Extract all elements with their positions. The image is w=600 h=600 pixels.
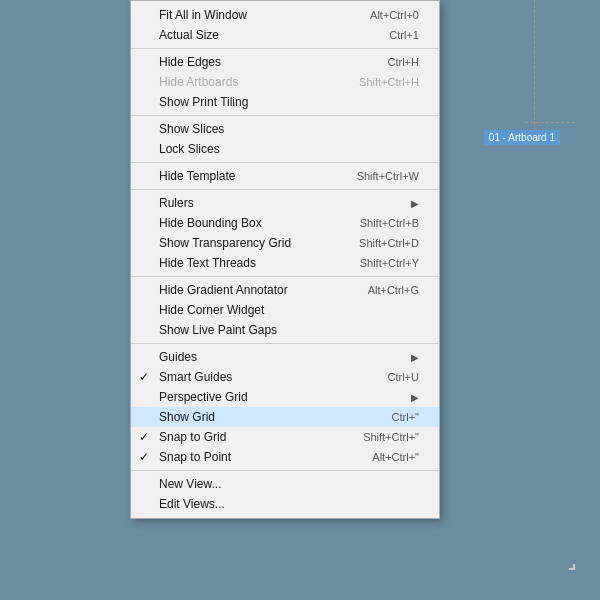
menu-item-shortcut: Shift+Ctrl+D <box>359 237 419 249</box>
menu-item-shortcut: Ctrl+1 <box>389 29 419 41</box>
checkmark-icon: ✓ <box>139 450 149 464</box>
menu-item-shortcut: Ctrl+U <box>388 371 419 383</box>
menu-item-hide-corner-widget[interactable]: Hide Corner Widget <box>131 300 439 320</box>
menu-item-shortcut: Alt+Ctrl+" <box>372 451 419 463</box>
menu-item-lock-slices[interactable]: Lock Slices <box>131 139 439 159</box>
menu-item-show-live-paint-gaps[interactable]: Show Live Paint Gaps <box>131 320 439 340</box>
menu-item-label: Hide Bounding Box <box>159 216 340 230</box>
menu-item-shortcut: Ctrl+H <box>388 56 419 68</box>
artboard-line-vertical <box>534 0 535 140</box>
menu-item-label: Show Grid <box>159 410 372 424</box>
canvas-area: 01 - Artboard 1 Fit All in WindowAlt+Ctr… <box>0 0 600 600</box>
menu-item-snap-to-grid[interactable]: ✓Snap to GridShift+Ctrl+" <box>131 427 439 447</box>
menu-item-shortcut: Shift+Ctrl+Y <box>360 257 419 269</box>
menu-item-shortcut: Ctrl+" <box>392 411 419 423</box>
menu-item-hide-text-threads[interactable]: Hide Text ThreadsShift+Ctrl+Y <box>131 253 439 273</box>
menu-item-rulers[interactable]: Rulers▶ <box>131 193 439 213</box>
menu-item-smart-guides[interactable]: ✓Smart GuidesCtrl+U <box>131 367 439 387</box>
menu-item-edit-views[interactable]: Edit Views... <box>131 494 439 514</box>
menu-item-shortcut: Shift+Ctrl+H <box>359 76 419 88</box>
menu-item-label: Hide Text Threads <box>159 256 340 270</box>
menu-separator <box>131 470 439 471</box>
menu-item-label: Fit All in Window <box>159 8 350 22</box>
menu-item-label: Hide Corner Widget <box>159 303 419 317</box>
menu-item-label: Perspective Grid <box>159 390 403 404</box>
menu-item-label: Hide Gradient Annotator <box>159 283 348 297</box>
menu-item-shortcut: Shift+Ctrl+B <box>360 217 419 229</box>
menu-item-perspective-grid[interactable]: Perspective Grid▶ <box>131 387 439 407</box>
checkmark-icon: ✓ <box>139 430 149 444</box>
menu-item-label: Hide Edges <box>159 55 368 69</box>
menu-item-fit-all[interactable]: Fit All in WindowAlt+Ctrl+0 <box>131 5 439 25</box>
menu-item-shortcut: Shift+Ctrl+W <box>357 170 419 182</box>
menu-item-label: Lock Slices <box>159 142 419 156</box>
menu-item-label: Show Slices <box>159 122 419 136</box>
menu-separator <box>131 189 439 190</box>
menu-item-label: Rulers <box>159 196 403 210</box>
menu-item-show-transparency-grid[interactable]: Show Transparency GridShift+Ctrl+D <box>131 233 439 253</box>
menu-item-hide-edges[interactable]: Hide EdgesCtrl+H <box>131 52 439 72</box>
menu-separator <box>131 48 439 49</box>
menu-item-label: Show Transparency Grid <box>159 236 339 250</box>
artboard-label: 01 - Artboard 1 <box>484 130 560 145</box>
context-menu: Fit All in WindowAlt+Ctrl+0Actual SizeCt… <box>130 0 440 519</box>
menu-item-label: Show Live Paint Gaps <box>159 323 419 337</box>
menu-item-shortcut: Alt+Ctrl+0 <box>370 9 419 21</box>
menu-item-guides[interactable]: Guides▶ <box>131 347 439 367</box>
menu-item-show-grid[interactable]: Show GridCtrl+" <box>131 407 439 427</box>
menu-item-label: Guides <box>159 350 403 364</box>
artboard-line-horizontal <box>525 122 575 123</box>
menu-item-label: Smart Guides <box>159 370 368 384</box>
submenu-arrow-icon: ▶ <box>411 392 419 403</box>
submenu-arrow-icon: ▶ <box>411 198 419 209</box>
menu-separator <box>131 162 439 163</box>
menu-item-label: Show Print Tiling <box>159 95 419 109</box>
submenu-arrow-icon: ▶ <box>411 352 419 363</box>
checkmark-icon: ✓ <box>139 370 149 384</box>
menu-item-snap-to-point[interactable]: ✓Snap to PointAlt+Ctrl+" <box>131 447 439 467</box>
menu-item-new-view[interactable]: New View... <box>131 474 439 494</box>
artboard-corner <box>569 564 575 570</box>
menu-item-label: Actual Size <box>159 28 369 42</box>
menu-item-actual-size[interactable]: Actual SizeCtrl+1 <box>131 25 439 45</box>
menu-separator <box>131 276 439 277</box>
menu-item-label: Edit Views... <box>159 497 419 511</box>
menu-item-label: Snap to Point <box>159 450 352 464</box>
menu-item-shortcut: Shift+Ctrl+" <box>363 431 419 443</box>
menu-item-label: Hide Template <box>159 169 337 183</box>
menu-separator <box>131 343 439 344</box>
menu-item-show-print-tiling[interactable]: Show Print Tiling <box>131 92 439 112</box>
menu-item-shortcut: Alt+Ctrl+G <box>368 284 419 296</box>
menu-item-label: Hide Artboards <box>159 75 339 89</box>
menu-separator <box>131 115 439 116</box>
menu-item-hide-gradient-annotator[interactable]: Hide Gradient AnnotatorAlt+Ctrl+G <box>131 280 439 300</box>
menu-item-label: Snap to Grid <box>159 430 343 444</box>
menu-item-show-slices[interactable]: Show Slices <box>131 119 439 139</box>
menu-item-hide-template[interactable]: Hide TemplateShift+Ctrl+W <box>131 166 439 186</box>
menu-item-hide-artboards[interactable]: Hide ArtboardsShift+Ctrl+H <box>131 72 439 92</box>
menu-item-label: New View... <box>159 477 419 491</box>
menu-item-hide-bounding-box[interactable]: Hide Bounding BoxShift+Ctrl+B <box>131 213 439 233</box>
